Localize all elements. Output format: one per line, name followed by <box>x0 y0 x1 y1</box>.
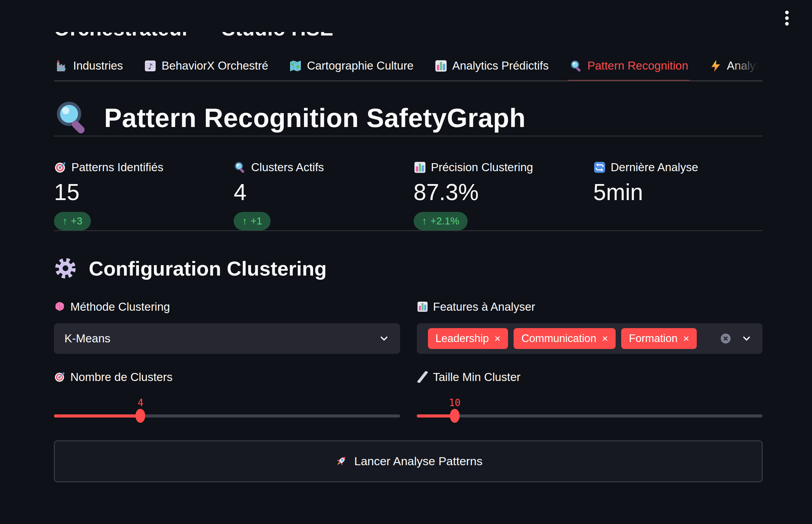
metric-label: Dernière Analyse <box>611 161 698 174</box>
page-title: Pattern Recognition SafetyGraph <box>54 100 763 136</box>
metric-precision-clustering: Précision Clustering 87.3% ↑ +2.1% <box>414 161 583 230</box>
up-arrow-icon: ↑ <box>422 215 427 227</box>
divider <box>54 136 763 136</box>
metric-value: 87.3% <box>414 180 583 205</box>
metric-label: Clusters Actifs <box>251 161 324 174</box>
tab-cartographie-culture[interactable]: Cartographie Culture <box>288 56 415 81</box>
remove-tag-icon[interactable]: × <box>602 333 608 344</box>
chevron-down-icon[interactable] <box>741 333 752 344</box>
ruler-icon <box>417 371 428 383</box>
metric-value: 4 <box>234 180 403 205</box>
tab-label: BehaviorX Orchestré <box>162 59 268 72</box>
musical-score-icon: ♪ <box>144 59 157 72</box>
bar-chart-icon <box>417 301 428 312</box>
up-arrow-icon: ↑ <box>62 215 68 227</box>
main-content: Industries ♪ BehaviorX Orchestré Cartogr… <box>0 0 812 482</box>
metric-clusters-actifs: Clusters Actifs 4 ↑ +1 <box>234 161 403 230</box>
metric-delta-badge: ↑ +1 <box>234 212 271 230</box>
lightning-icon <box>709 59 722 72</box>
divider <box>54 230 763 231</box>
min-size-slider-field: Taille Min Cluster 10 <box>417 371 763 418</box>
brain-icon <box>54 301 65 312</box>
tab-pattern-recognition[interactable]: Pattern Recognition <box>568 56 690 81</box>
metric-delta-badge: ↑ +2.1% <box>414 212 468 230</box>
metric-patterns-identifies: Patterns Identifiés 15 ↑ +3 <box>54 161 223 230</box>
features-label: Features à Analyser <box>417 300 763 313</box>
remove-tag-icon[interactable]: × <box>683 333 689 344</box>
metric-value: 5min <box>593 180 763 205</box>
bar-chart-icon <box>435 59 447 72</box>
tab-label: Analytics Optimisés <box>727 59 763 72</box>
metric-derniere-analyse: Dernière Analyse 5min <box>593 161 763 230</box>
metric-delta: +3 <box>71 215 83 227</box>
magnifier-icon <box>234 161 246 174</box>
magnifier-icon <box>570 59 583 72</box>
method-select[interactable]: K-Means <box>54 323 400 354</box>
slider-fill <box>54 414 140 418</box>
config-section-heading: Configuration Clustering <box>54 257 763 280</box>
magnifier-icon <box>54 100 90 136</box>
metric-value: 15 <box>54 180 223 205</box>
min-size-slider-label: Taille Min Cluster <box>417 371 763 384</box>
metric-label: Précision Clustering <box>431 161 533 174</box>
launch-button-label: Lancer Analyse Patterns <box>354 454 483 468</box>
kebab-menu-icon[interactable] <box>780 9 794 27</box>
target-icon <box>54 161 67 174</box>
features-multiselect[interactable]: Leadership × Communication × Formation × <box>417 323 763 354</box>
chevron-down-icon <box>378 333 390 344</box>
tab-industries[interactable]: Industries <box>54 56 124 81</box>
min-size-slider[interactable]: 10 <box>417 414 763 418</box>
factory-icon <box>55 59 68 72</box>
refresh-icon <box>593 161 606 174</box>
tag-formation[interactable]: Formation × <box>621 328 697 349</box>
tab-bar: Industries ♪ BehaviorX Orchestré Cartogr… <box>54 56 763 81</box>
selected-tags: Leadership × Communication × Formation × <box>427 328 720 349</box>
app-header <box>0 0 812 32</box>
slider-thumb[interactable] <box>135 409 145 423</box>
remove-tag-icon[interactable]: × <box>494 333 501 344</box>
slider-fill <box>417 414 455 418</box>
config-form: Méthode Clustering K-Means Features à An… <box>54 300 763 418</box>
slider-thumb[interactable] <box>450 409 460 423</box>
slider-value: 10 <box>449 397 461 408</box>
method-selected-value: K-Means <box>64 332 378 345</box>
tab-label: Analytics Prédictifs <box>452 59 549 72</box>
tab-behaviorx-orchestre[interactable]: ♪ BehaviorX Orchestré <box>142 56 270 81</box>
method-label: Méthode Clustering <box>54 300 400 313</box>
bar-chart-icon <box>414 161 426 174</box>
clusters-slider-field: Nombre de Clusters 4 <box>54 371 400 418</box>
svg-text:♪: ♪ <box>148 62 153 71</box>
up-arrow-icon: ↑ <box>242 215 247 227</box>
features-field: Features à Analyser Leadership × Communi… <box>417 300 763 354</box>
gear-icon <box>54 257 77 280</box>
section-heading-text: Configuration Clustering <box>89 257 327 280</box>
launch-analysis-button[interactable]: Lancer Analyse Patterns <box>54 440 763 482</box>
method-field: Méthode Clustering K-Means <box>54 300 400 354</box>
rocket-icon <box>334 454 348 468</box>
target-icon <box>54 371 65 383</box>
clusters-slider[interactable]: 4 <box>54 414 400 418</box>
metric-delta: +1 <box>251 215 262 227</box>
slider-value: 4 <box>138 397 143 408</box>
tag-leadership[interactable]: Leadership × <box>428 328 508 349</box>
metric-label: Patterns Identifiés <box>71 161 163 174</box>
metric-delta: +2.1% <box>430 215 459 227</box>
tab-analytics-optimises[interactable]: Analytics Optimisés <box>708 56 763 81</box>
tab-label: Cartographie Culture <box>307 59 413 72</box>
tag-communication[interactable]: Communication × <box>514 328 616 349</box>
clusters-slider-label: Nombre de Clusters <box>54 371 400 384</box>
tab-label: Pattern Recognition <box>587 59 688 72</box>
clear-all-icon[interactable] <box>719 332 732 345</box>
metric-delta-badge: ↑ +3 <box>54 212 91 230</box>
metrics-row: Patterns Identifiés 15 ↑ +3 Clusters Act… <box>54 161 763 230</box>
page-title-text: Pattern Recognition SafetyGraph <box>104 103 526 133</box>
tab-label: Industries <box>73 59 123 72</box>
tab-analytics-predictifs[interactable]: Analytics Prédictifs <box>433 56 550 81</box>
world-map-icon <box>289 59 302 72</box>
